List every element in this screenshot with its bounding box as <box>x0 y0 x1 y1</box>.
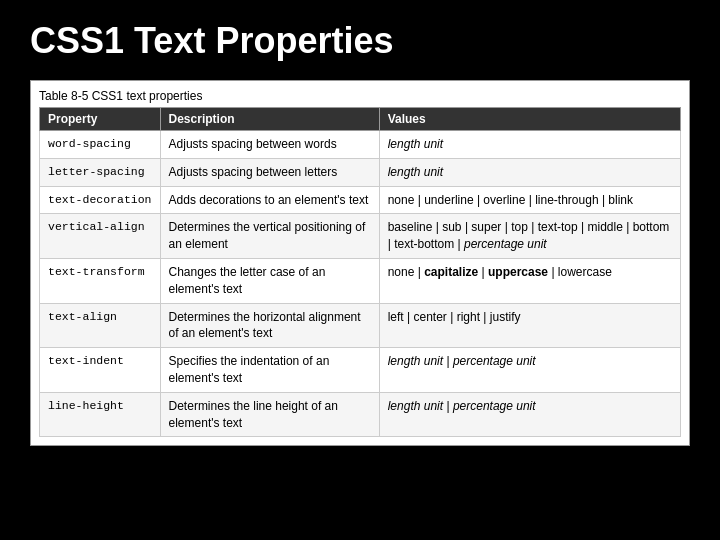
slide-title: CSS1 Text Properties <box>30 20 690 62</box>
cell-values: none | underline | overline | line-throu… <box>379 186 680 214</box>
cell-values: length unit <box>379 158 680 186</box>
table-container: Table 8-5 CSS1 text properties Property … <box>30 80 690 446</box>
table-row: text-transformChanges the letter case of… <box>40 258 681 303</box>
cell-property: letter-spacing <box>40 158 161 186</box>
cell-values: left | center | right | justify <box>379 303 680 348</box>
table-row: text-decorationAdds decorations to an el… <box>40 186 681 214</box>
table-caption: Table 8-5 CSS1 text properties <box>39 89 681 103</box>
cell-values: length unit <box>379 131 680 159</box>
cell-property: line-height <box>40 392 161 437</box>
cell-property: vertical-align <box>40 214 161 259</box>
cell-description: Adds decorations to an element's text <box>160 186 379 214</box>
cell-description: Determines the vertical positioning of a… <box>160 214 379 259</box>
table-row: vertical-alignDetermines the vertical po… <box>40 214 681 259</box>
cell-values: length unit | percentage unit <box>379 348 680 393</box>
cell-property: word-spacing <box>40 131 161 159</box>
cell-property: text-align <box>40 303 161 348</box>
slide: CSS1 Text Properties Table 8-5 CSS1 text… <box>0 0 720 540</box>
cell-values: length unit | percentage unit <box>379 392 680 437</box>
table-row: letter-spacingAdjusts spacing between le… <box>40 158 681 186</box>
col-description: Description <box>160 108 379 131</box>
cell-description: Specifies the indentation of an element'… <box>160 348 379 393</box>
cell-description: Determines the horizontal alignment of a… <box>160 303 379 348</box>
cell-description: Adjusts spacing between words <box>160 131 379 159</box>
cell-property: text-transform <box>40 258 161 303</box>
table-row: text-indentSpecifies the indentation of … <box>40 348 681 393</box>
css-properties-table: Property Description Values word-spacing… <box>39 107 681 437</box>
table-row: text-alignDetermines the horizontal alig… <box>40 303 681 348</box>
table-row: line-heightDetermines the line height of… <box>40 392 681 437</box>
cell-description: Determines the line height of an element… <box>160 392 379 437</box>
table-row: word-spacingAdjusts spacing between word… <box>40 131 681 159</box>
cell-property: text-decoration <box>40 186 161 214</box>
cell-description: Adjusts spacing between letters <box>160 158 379 186</box>
cell-property: text-indent <box>40 348 161 393</box>
col-values: Values <box>379 108 680 131</box>
col-property: Property <box>40 108 161 131</box>
cell-values: none | capitalize | uppercase | lowercas… <box>379 258 680 303</box>
cell-description: Changes the letter case of an element's … <box>160 258 379 303</box>
table-header-row: Property Description Values <box>40 108 681 131</box>
cell-values: baseline | sub | super | top | text-top … <box>379 214 680 259</box>
